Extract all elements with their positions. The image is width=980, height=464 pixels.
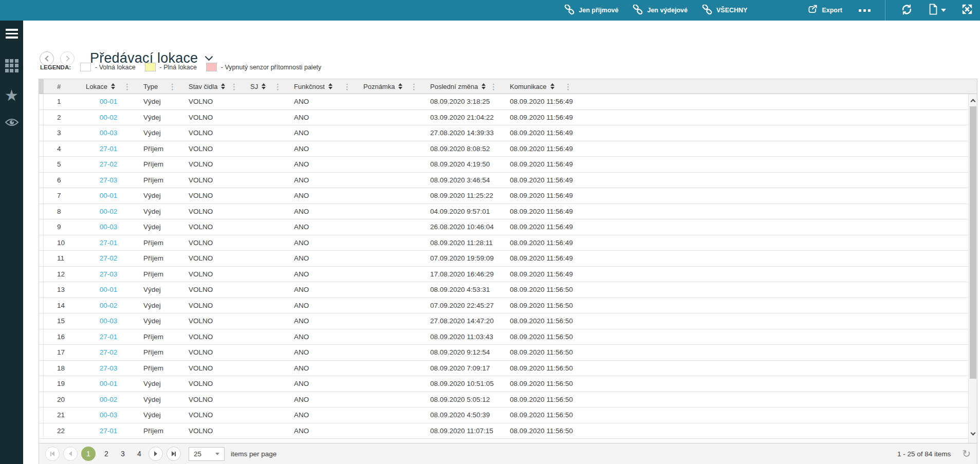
column-header-Poznámka[interactable]: Poznámka⋮ [357, 79, 424, 94]
column-header-Stav čidla[interactable]: Stav čidla⋮ [182, 79, 244, 94]
lokace-link[interactable]: 27-03 [100, 176, 118, 184]
filter-jen-prijmove-button[interactable]: Jen přijmové [564, 5, 618, 16]
table-row[interactable]: 427-01PříjemVOLNOANO08.09.2020 8:08:5208… [39, 141, 968, 157]
pager-page-current[interactable]: 1 [81, 447, 96, 461]
column-menu-icon[interactable]: ⋮ [165, 83, 176, 90]
cell-funkcnost: ANO [288, 348, 357, 356]
eye-icon[interactable] [5, 118, 19, 127]
cell-stav: VOLNO [182, 411, 244, 419]
column-header-Funkčnost[interactable]: Funkčnost⋮ [288, 79, 357, 94]
lokace-link[interactable]: 27-01 [100, 427, 118, 435]
lokace-link[interactable]: 27-01 [100, 145, 118, 153]
table-row[interactable]: 1300-01VýdejVOLNOANO08.09.2020 4:53:3108… [39, 282, 968, 298]
table-row[interactable]: 1127-02PříjemVOLNOANO07.09.2020 19:59:09… [39, 251, 968, 267]
lokace-link[interactable]: 00-01 [100, 286, 118, 293]
column-menu-icon[interactable]: ⋮ [407, 83, 418, 90]
table-row[interactable]: 100-01VýdejVOLNOANO08.09.2020 3:18:2508.… [39, 94, 968, 110]
pager-page-3[interactable]: 3 [116, 447, 130, 461]
table-row[interactable]: 200-02VýdejVOLNOANO03.09.2020 21:04:2208… [39, 110, 968, 126]
sort-icon[interactable] [482, 83, 486, 89]
lokace-link[interactable]: 27-02 [100, 348, 118, 356]
table-row[interactable]: 300-03VýdejVOLNOANO27.08.2020 14:39:3308… [39, 125, 968, 141]
table-row[interactable]: 1727-02PříjemVOLNOANO08.09.2020 9:12:540… [39, 345, 968, 361]
scrollbar-down-button[interactable] [969, 429, 977, 439]
sort-icon[interactable] [111, 83, 115, 89]
lokace-link[interactable]: 00-03 [100, 223, 118, 231]
column-menu-icon[interactable]: ⋮ [340, 83, 351, 90]
page-size-dropdown[interactable]: 25 [189, 447, 225, 461]
menu-icon[interactable] [6, 29, 18, 39]
sort-icon[interactable] [398, 83, 402, 89]
pager-previous-page-button[interactable] [63, 447, 78, 461]
table-row[interactable]: 1227-03PříjemVOLNOANO17.08.2020 16:46:29… [39, 267, 968, 283]
lokace-link[interactable]: 00-02 [100, 114, 118, 121]
lokace-link[interactable]: 27-03 [100, 270, 118, 278]
fullscreen-button[interactable] [961, 4, 973, 17]
lokace-link[interactable]: 27-03 [100, 364, 118, 372]
column-menu-icon[interactable]: ⋮ [227, 83, 238, 90]
sort-icon[interactable] [262, 83, 266, 89]
table-row[interactable]: 1027-01PříjemVOLNOANO08.09.2020 11:28:11… [39, 235, 968, 251]
lokace-link[interactable]: 27-02 [100, 160, 118, 168]
table-row[interactable]: 2227-01PříjemVOLNOANO08.09.2020 11:07:15… [39, 423, 968, 439]
column-menu-icon[interactable]: ⋮ [120, 83, 131, 90]
export-button[interactable]: Export [808, 5, 842, 16]
scrollbar-thumb[interactable] [970, 106, 976, 379]
table-row[interactable]: 700-01VýdejVOLNOANO08.09.2020 11:25:2208… [39, 188, 968, 204]
column-menu-icon[interactable]: ⋮ [561, 83, 572, 90]
lokace-link[interactable]: 00-03 [100, 317, 118, 325]
pager-refresh-button[interactable]: ↻ [962, 449, 971, 459]
cell-zmena: 08.09.2020 4:19:50 [424, 160, 504, 168]
pager-next-page-button[interactable] [149, 447, 163, 461]
column-header-SJ[interactable]: SJ⋮ [244, 79, 288, 94]
table-row[interactable]: 1400-02VýdejVOLNOANO07.09.2020 22:45:270… [39, 298, 968, 314]
lokace-link[interactable]: 00-01 [100, 380, 118, 387]
lokace-link[interactable]: 00-02 [100, 208, 118, 215]
lokace-link[interactable]: 00-02 [100, 302, 118, 309]
table-row[interactable]: 527-02PříjemVOLNOANO08.09.2020 4:19:5008… [39, 157, 968, 173]
column-header-Lokace[interactable]: Lokace⋮ [80, 79, 137, 94]
table-row[interactable]: 1827-03PříjemVOLNOANO08.09.2020 7:09:170… [39, 361, 968, 377]
table-row[interactable]: 900-03VýdejVOLNOANO26.08.2020 10:46:0408… [39, 219, 968, 235]
more-options-button[interactable] [859, 9, 871, 12]
table-row[interactable]: 2000-02VýdejVOLNOANO08.09.2020 5:05:1208… [39, 392, 968, 408]
cell-komunikace: 08.09.2020 11:56:50 [504, 317, 578, 325]
sort-icon[interactable] [550, 83, 554, 89]
refresh-button[interactable] [901, 4, 913, 17]
lokace-link[interactable]: 27-01 [100, 333, 118, 341]
column-header-label: # [57, 83, 61, 90]
lokace-link[interactable]: 00-03 [100, 129, 118, 137]
lokace-link[interactable]: 00-02 [100, 396, 118, 403]
lokace-link[interactable]: 27-01 [100, 239, 118, 247]
table-row[interactable]: 2100-03VýdejVOLNOANO08.09.2020 4:50:3908… [39, 407, 968, 423]
lokace-link[interactable]: 00-03 [100, 411, 118, 419]
table-row[interactable]: 800-02VýdejVOLNOANO04.09.2020 9:57:0108.… [39, 204, 968, 220]
title-dropdown-chevron-icon[interactable] [205, 53, 213, 61]
pager-page-2[interactable]: 2 [99, 447, 114, 461]
lokace-link[interactable]: 27-02 [100, 254, 118, 262]
sort-icon[interactable] [328, 83, 332, 89]
table-row[interactable]: 1627-01PříjemVOLNOANO08.09.2020 11:03:43… [39, 329, 968, 345]
table-row[interactable]: 1500-03VýdejVOLNOANO27.08.2020 14:47:200… [39, 313, 968, 329]
column-header-Poslední změna[interactable]: Poslední změna⋮ [424, 79, 504, 94]
vertical-scrollbar[interactable] [968, 94, 977, 443]
pager-last-page-button[interactable] [167, 447, 181, 461]
filter-vsechny-button[interactable]: VŠECHNY [702, 5, 747, 16]
pager-first-page-button[interactable] [45, 447, 60, 461]
scrollbar-up-button[interactable] [969, 95, 977, 105]
column-header-label: Lokace [86, 83, 107, 90]
star-icon[interactable]: ★ [5, 88, 19, 103]
column-header-Komunikace[interactable]: Komunikace⋮ [504, 79, 578, 94]
document-menu-button[interactable] [928, 4, 946, 17]
sort-icon[interactable] [221, 83, 225, 89]
apps-grid-icon[interactable] [5, 59, 19, 72]
table-row[interactable]: 1900-01VýdejVOLNOANO08.09.2020 10:51:050… [39, 376, 968, 392]
filter-jen-vydejove-button[interactable]: Jen výdejové [633, 5, 688, 16]
column-header-label: Type [143, 83, 158, 90]
lokace-link[interactable]: 00-01 [100, 192, 118, 199]
pager-page-4[interactable]: 4 [132, 447, 146, 461]
column-menu-icon[interactable]: ⋮ [487, 83, 497, 90]
column-menu-icon[interactable]: ⋮ [271, 83, 282, 90]
table-row[interactable]: 627-03PříjemVOLNOANO08.09.2020 3:46:5408… [39, 173, 968, 189]
lokace-link[interactable]: 00-01 [100, 98, 118, 105]
